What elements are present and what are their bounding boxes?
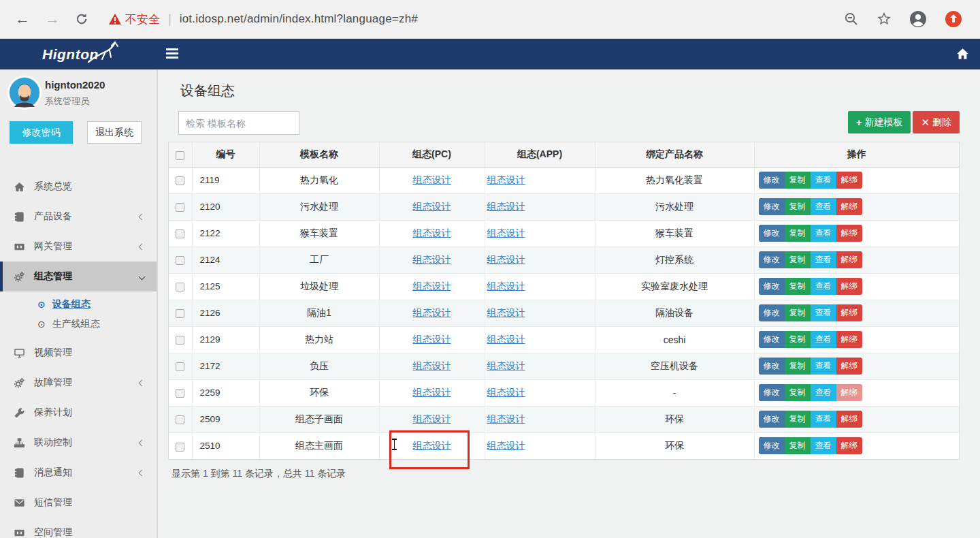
copy-button[interactable]: 复制 [785,198,811,215]
edit-button[interactable]: 修改 [759,358,785,375]
copy-button[interactable]: 复制 [785,225,811,242]
edit-button[interactable]: 修改 [759,198,785,215]
view-button[interactable]: 查看 [811,411,836,428]
config-design-app-link[interactable]: 组态设计 [487,413,525,424]
row-checkbox[interactable] [176,309,184,318]
home-icon[interactable] [956,48,969,60]
config-design-pc-link[interactable]: 组态设计 [413,281,451,291]
edit-button[interactable]: 修改 [759,225,785,242]
config-design-pc-link[interactable]: 组态设计 [413,387,451,398]
config-design-app-link[interactable]: 组态设计 [487,254,525,265]
copy-button[interactable]: 复制 [785,278,811,295]
sidebar-item-5[interactable]: 故障管理 [0,368,157,398]
config-design-app-link[interactable]: 组态设计 [487,360,525,371]
sidebar-item-3[interactable]: 组态管理 [0,262,157,291]
config-design-pc-link[interactable]: 组态设计 [413,254,451,265]
copy-button[interactable]: 复制 [785,251,811,268]
sidebar-subitem-1[interactable]: ⊙生产线组态 [0,314,157,334]
edit-button[interactable]: 修改 [759,172,785,189]
copy-button[interactable]: 复制 [785,304,811,321]
row-checkbox[interactable] [176,230,184,238]
copy-button[interactable]: 复制 [785,437,811,454]
config-design-app-link[interactable]: 组态设计 [487,281,525,291]
bookmark-star-icon[interactable] [877,12,892,27]
sidebar-item-9[interactable]: 短信管理 [0,488,157,518]
config-design-pc-link[interactable]: 组态设计 [413,174,451,185]
unbind-button[interactable]: 解绑 [836,304,862,321]
config-design-app-link[interactable]: 组态设计 [487,174,525,185]
unbind-button[interactable]: 解绑 [836,198,862,215]
row-checkbox[interactable] [176,176,184,185]
profile-icon[interactable] [909,10,927,28]
view-button[interactable]: 查看 [811,304,836,321]
select-all-checkbox[interactable] [176,151,184,160]
logout-button[interactable]: 退出系统 [87,121,142,144]
unbind-button[interactable]: 解绑 [836,225,862,242]
edit-button[interactable]: 修改 [759,251,785,268]
browser-update-icon[interactable] [945,10,962,28]
new-template-button[interactable]: +新建模板 [848,111,911,133]
sidebar-item-0[interactable]: 系统总览 [0,172,157,202]
row-checkbox[interactable] [176,389,184,398]
browser-back-icon[interactable]: ← [15,12,30,27]
row-checkbox[interactable] [176,283,184,291]
edit-button[interactable]: 修改 [759,278,785,295]
view-button[interactable]: 查看 [811,278,836,295]
unbind-button[interactable]: 解绑 [836,411,862,428]
unbind-button[interactable]: 解绑 [836,278,862,295]
edit-button[interactable]: 修改 [759,437,785,454]
change-password-button[interactable]: 修改密码 [10,121,73,144]
sidebar-item-8[interactable]: 消息通知 [0,458,157,488]
sidebar-item-7[interactable]: 联动控制 [0,428,157,458]
view-button[interactable]: 查看 [811,198,836,215]
view-button[interactable]: 查看 [811,225,836,242]
view-button[interactable]: 查看 [811,384,836,401]
copy-button[interactable]: 复制 [785,172,811,189]
address-bar[interactable]: 不安全 | iot.idosp.net/admin/index.html?lan… [109,12,844,27]
search-input[interactable] [178,111,299,135]
config-design-pc-link[interactable]: 组态设计 [413,360,451,371]
edit-button[interactable]: 修改 [759,304,785,321]
zoom-out-icon[interactable] [844,12,859,27]
config-design-app-link[interactable]: 组态设计 [487,201,525,212]
config-design-app-link[interactable]: 组态设计 [487,334,525,345]
row-checkbox[interactable] [176,415,184,424]
sidebar-item-6[interactable]: 保养计划 [0,398,157,428]
copy-button[interactable]: 复制 [785,384,811,401]
config-design-pc-link[interactable]: 组态设计 [413,201,451,212]
view-button[interactable]: 查看 [811,437,836,454]
view-button[interactable]: 查看 [811,172,836,189]
sidebar-subitem-0[interactable]: ⊙设备组态 [0,294,157,314]
sidebar-item-10[interactable]: 空间管理 [0,518,157,538]
row-checkbox[interactable] [176,336,184,345]
config-design-pc-link[interactable]: 组态设计 [413,307,451,318]
config-design-app-link[interactable]: 组态设计 [487,227,525,238]
delete-button[interactable]: ✕删除 [913,111,960,133]
sidebar-item-4[interactable]: 视频管理 [0,338,157,368]
row-checkbox[interactable] [176,443,184,452]
sidebar-toggle-icon[interactable] [166,48,178,59]
url-text[interactable]: iot.idosp.net/admin/index.html?language=… [180,12,418,26]
config-design-pc-link[interactable]: 组态设计 [413,440,451,451]
view-button[interactable]: 查看 [811,331,836,348]
sidebar-item-2[interactable]: 网关管理 [0,232,157,262]
browser-forward-icon[interactable]: → [45,12,60,27]
edit-button[interactable]: 修改 [759,384,785,401]
config-design-app-link[interactable]: 组态设计 [487,387,525,398]
config-design-pc-link[interactable]: 组态设计 [413,334,451,345]
edit-button[interactable]: 修改 [759,411,785,428]
view-button[interactable]: 查看 [811,251,836,268]
unbind-button[interactable]: 解绑 [836,384,862,401]
config-design-app-link[interactable]: 组态设计 [487,440,525,451]
row-checkbox[interactable] [176,203,184,212]
sidebar-item-1[interactable]: 产品设备 [0,202,157,232]
config-design-pc-link[interactable]: 组态设计 [413,413,451,424]
unbind-button[interactable]: 解绑 [836,172,862,189]
browser-reload-icon[interactable] [60,12,88,26]
edit-button[interactable]: 修改 [759,331,785,348]
config-design-pc-link[interactable]: 组态设计 [413,227,451,238]
unbind-button[interactable]: 解绑 [836,437,862,454]
row-checkbox[interactable] [176,362,184,371]
row-checkbox[interactable] [176,256,184,265]
unbind-button[interactable]: 解绑 [836,251,862,268]
